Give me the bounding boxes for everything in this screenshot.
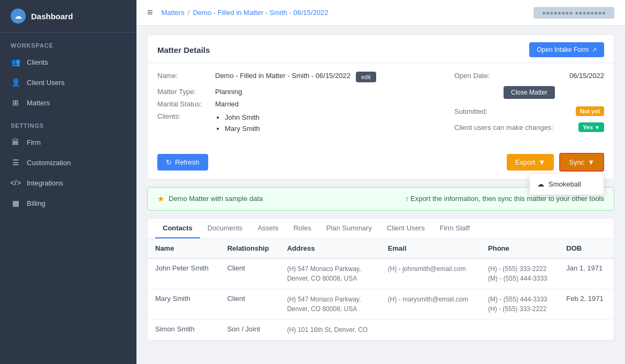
contacts-table-wrapper: Name Relationship Address Email Phone DO… bbox=[148, 239, 614, 340]
client-users-changes-label: Client users can make changes: bbox=[454, 123, 553, 131]
external-link-icon: ↗ bbox=[592, 47, 597, 53]
matter-type-label: Matter Type: bbox=[157, 88, 211, 96]
action-row: ↻ Refresh Export ▼ Sync ▼ ☁ Smokeb bbox=[148, 148, 614, 179]
col-relationship: Relationship bbox=[220, 239, 280, 258]
col-address: Address bbox=[279, 239, 380, 258]
row3-address: (H) 101 16th St, Denver, CO bbox=[279, 319, 380, 340]
client2-item: Mary Smith bbox=[225, 123, 260, 135]
tabs-card: Contacts Documents Assets Roles Plan Sum… bbox=[147, 218, 614, 340]
sync-wrapper: Sync ▼ ☁ Smokeball bbox=[559, 153, 604, 172]
sidebar: ☁ Dashboard WORKSPACE 👥 Clients 👤 Client… bbox=[0, 0, 136, 364]
row1-phone: (H) - (555) 333-2222(M) - (555) 444-3333 bbox=[481, 258, 559, 289]
export-button[interactable]: Export ▼ bbox=[507, 154, 554, 171]
breadcrumb-matters-link[interactable]: Matters bbox=[162, 9, 185, 17]
sidebar-client-users-label: Client Users bbox=[27, 79, 65, 87]
tab-roles[interactable]: Roles bbox=[286, 219, 318, 238]
settings-label: SETTINGS bbox=[0, 113, 136, 132]
sidebar-item-client-users[interactable]: 👤 Client Users bbox=[0, 72, 136, 92]
tab-plan-summary[interactable]: Plan Summary bbox=[319, 219, 379, 238]
row1-relationship: Client bbox=[220, 258, 280, 289]
sidebar-item-clients[interactable]: 👥 Clients bbox=[0, 52, 136, 72]
table-row: Simon Smith Son / Joint (H) 101 16th St,… bbox=[148, 319, 614, 340]
marital-status-value: Married bbox=[215, 100, 239, 108]
row2-address: (H) 547 Monaco Parkway,Denver, CO 80008,… bbox=[279, 289, 380, 319]
edit-button[interactable]: edit bbox=[356, 72, 376, 82]
workspace-label: WORKSPACE bbox=[0, 33, 136, 52]
breadcrumb: Matters / Demo - Filled in Matter - Smit… bbox=[162, 9, 329, 17]
matter-details-title: Matter Details bbox=[157, 45, 210, 55]
billing-icon: ▦ bbox=[11, 198, 20, 208]
sync-dropdown-arrow: ▼ bbox=[588, 158, 594, 166]
sidebar-item-firm[interactable]: 🏛 Firm bbox=[0, 132, 136, 152]
dashboard-icon: ☁ bbox=[11, 9, 26, 24]
client-users-changes-badge: Yes ▼ bbox=[578, 122, 604, 132]
export-dropdown-arrow: ▼ bbox=[538, 158, 545, 166]
row2-relationship: Client bbox=[220, 289, 280, 319]
row3-email bbox=[380, 319, 481, 340]
row2-email: (H) - marysmith@email.com bbox=[380, 289, 481, 319]
sidebar-matters-label: Matters bbox=[27, 99, 50, 107]
tabs-header: Contacts Documents Assets Roles Plan Sum… bbox=[148, 219, 614, 239]
demo-banner-text: Demo Matter with sample data bbox=[169, 195, 263, 203]
sync-dropdown: ☁ Smokeball bbox=[529, 173, 604, 195]
firm-icon: 🏛 bbox=[11, 137, 20, 147]
tab-assets[interactable]: Assets bbox=[250, 219, 286, 238]
row1-address: (H) 547 Monaco Parkway,Denver, CO 80008,… bbox=[279, 258, 380, 289]
breadcrumb-current: Demo - Filled in Matter - Smith - 06/15/… bbox=[193, 9, 328, 17]
topnav: ≡ Matters / Demo - Filled in Matter - Sm… bbox=[136, 0, 625, 26]
col-phone: Phone bbox=[481, 239, 559, 258]
tab-client-users[interactable]: Client Users bbox=[379, 219, 432, 238]
col-dob: DOB bbox=[559, 239, 614, 258]
sidebar-item-matters[interactable]: ⊞ Matters bbox=[0, 92, 136, 113]
submitted-badge: Not yet bbox=[576, 106, 604, 116]
row3-phone bbox=[481, 319, 559, 340]
refresh-button[interactable]: ↻ Refresh bbox=[157, 154, 208, 171]
open-date-value: 06/15/2022 bbox=[569, 72, 604, 80]
refresh-icon: ↻ bbox=[166, 158, 172, 166]
row2-phone: (M) - (555) 444-3333(H) - (555) 333-2222 bbox=[481, 289, 559, 319]
sidebar-item-billing[interactable]: ▦ Billing bbox=[0, 193, 136, 213]
name-label: Name: bbox=[157, 72, 211, 80]
tab-documents[interactable]: Documents bbox=[200, 219, 250, 238]
demo-banner-right: ↑ Export the information, then sync this… bbox=[405, 195, 604, 203]
clients-list: John Smith Mary Smith bbox=[215, 112, 260, 135]
submitted-row: Submitted: Not yet bbox=[454, 106, 604, 116]
sync-smokeball-item[interactable]: ☁ Smokeball bbox=[530, 176, 604, 192]
clients-row: Clients: John Smith Mary Smith bbox=[157, 112, 444, 135]
yes-dropdown-arrow[interactable]: ▼ bbox=[594, 125, 600, 130]
sidebar-header: ☁ Dashboard bbox=[0, 0, 136, 33]
row3-relationship: Son / Joint bbox=[220, 319, 280, 340]
clients-label: Clients: bbox=[157, 112, 211, 135]
sidebar-billing-label: Billing bbox=[27, 199, 45, 207]
row3-name: Simon Smith bbox=[148, 319, 220, 340]
clients-icon: 👥 bbox=[11, 57, 20, 67]
matters-icon: ⊞ bbox=[11, 98, 20, 107]
open-intake-form-button[interactable]: Open Intake Form ↗ bbox=[529, 42, 604, 57]
marital-status-row: Marital Status: Married bbox=[157, 100, 444, 108]
col-email: Email bbox=[380, 239, 481, 258]
matter-left-col: Name: Demo - Filled in Matter - Smith - … bbox=[157, 72, 444, 139]
name-value: Demo - Filled in Matter - Smith - 06/15/… bbox=[215, 72, 350, 80]
row1-name: John Peter Smith bbox=[148, 258, 220, 289]
sidebar-item-customization[interactable]: ☰ Customization bbox=[0, 152, 136, 173]
user-info: ●●●●●●●● ●●●●●●●● bbox=[533, 7, 614, 19]
table-row: John Peter Smith Client (H) 547 Monaco P… bbox=[148, 258, 614, 289]
demo-banner-left: ★ Demo Matter with sample data bbox=[157, 194, 263, 204]
close-matter-button[interactable]: Close Matter bbox=[504, 86, 555, 99]
main-area: ≡ Matters / Demo - Filled in Matter - Sm… bbox=[136, 0, 625, 364]
row3-dob bbox=[559, 319, 614, 340]
contacts-table: Name Relationship Address Email Phone DO… bbox=[148, 239, 614, 340]
content-area: Matter Details Open Intake Form ↗ Name: … bbox=[136, 26, 625, 364]
smokeball-icon: ☁ bbox=[537, 180, 544, 188]
matter-body: Name: Demo - Filled in Matter - Smith - … bbox=[148, 63, 614, 148]
sync-button[interactable]: Sync ▼ bbox=[559, 153, 604, 172]
tab-firm-staff[interactable]: Firm Staff bbox=[432, 219, 477, 238]
row2-dob: Feb 2, 1971 bbox=[559, 289, 614, 319]
matter-details-card: Matter Details Open Intake Form ↗ Name: … bbox=[147, 34, 614, 180]
sidebar-item-integrations[interactable]: </> Integrations bbox=[0, 173, 136, 193]
hamburger-icon[interactable]: ≡ bbox=[147, 7, 153, 18]
matter-type-value: Planning bbox=[215, 88, 242, 96]
tab-contacts[interactable]: Contacts bbox=[155, 219, 200, 238]
matter-right-col: Open Date: 06/15/2022 Close Matter Submi… bbox=[454, 72, 604, 139]
matter-type-row: Matter Type: Planning bbox=[157, 88, 444, 96]
